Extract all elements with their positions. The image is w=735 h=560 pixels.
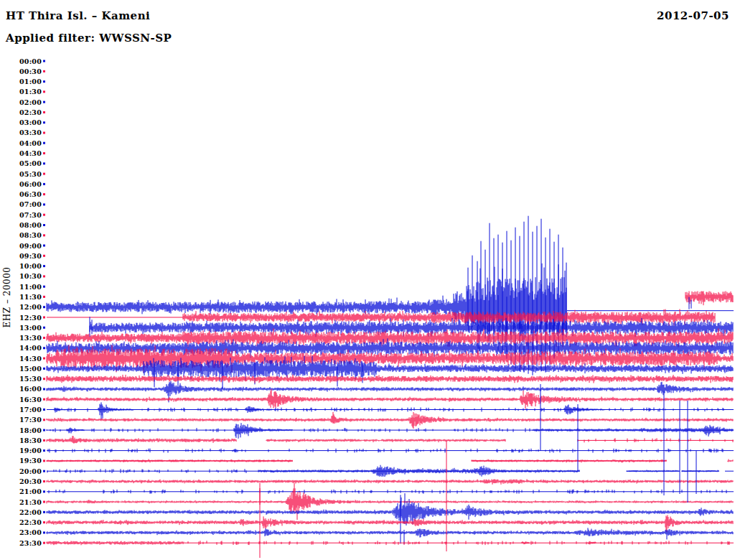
trace-start-tick — [43, 521, 45, 523]
time-label: 09:00 — [0, 242, 42, 250]
time-label: 06:00 — [0, 180, 42, 188]
time-label: 01:00 — [0, 78, 42, 85]
helicorder-screen: HT Thira Isl. – Kameni Applied filter: W… — [0, 0, 735, 560]
trace-start-tick — [43, 255, 45, 257]
time-label: 05:30 — [0, 170, 42, 178]
trace-start-tick — [43, 398, 45, 401]
trace-row-15:30 — [47, 375, 733, 383]
time-label: 15:00 — [0, 365, 42, 373]
trace-start-tick — [43, 60, 45, 62]
time-label: 03:30 — [0, 129, 42, 136]
time-label: 10:00 — [0, 262, 42, 270]
trace-start-tick — [43, 224, 45, 226]
trace-start-tick — [43, 80, 45, 83]
trace-start-tick — [43, 111, 45, 113]
trace-start-tick — [43, 234, 45, 236]
time-label: 11:00 — [0, 283, 42, 291]
time-label: 07:30 — [0, 211, 42, 219]
time-label: 11:30 — [0, 293, 42, 301]
trace-start-tick — [43, 409, 45, 411]
seismogram-plot — [0, 0, 735, 560]
trace-start-tick — [43, 358, 45, 360]
trace-start-tick — [43, 286, 45, 288]
trace-start-tick — [43, 480, 45, 482]
time-label: 15:30 — [0, 375, 42, 383]
trace-start-tick — [43, 419, 45, 421]
trace-start-tick — [43, 542, 45, 544]
trace-row-19:00 — [47, 449, 734, 453]
time-label: 20:00 — [0, 467, 42, 475]
trace-row-23:00 — [47, 528, 733, 544]
time-label: 03:00 — [0, 118, 42, 126]
time-label: 21:30 — [0, 498, 42, 506]
time-label: 19:30 — [0, 457, 42, 465]
trace-start-tick — [43, 327, 45, 329]
trace-start-tick — [43, 531, 45, 533]
trace-start-tick — [43, 296, 45, 298]
trace-start-tick — [43, 90, 45, 93]
trace-start-tick — [43, 183, 45, 185]
trace-start-tick — [43, 245, 45, 247]
trace-start-tick — [43, 490, 45, 493]
time-label: 18:00 — [0, 426, 42, 434]
time-label: 07:00 — [0, 200, 42, 208]
trace-row-11:30 — [685, 291, 733, 306]
trace-start-tick — [43, 152, 45, 154]
time-label: 21:00 — [0, 487, 42, 495]
trace-row-21:30 — [47, 483, 733, 520]
trace-row-21:00 — [47, 490, 734, 494]
time-label: 12:30 — [0, 314, 42, 322]
trace-start-tick — [43, 121, 45, 123]
trace-row-20:30 — [47, 480, 733, 485]
trace-row-23:30 — [47, 541, 734, 545]
trace-start-tick — [43, 142, 45, 144]
trace-start-tick — [43, 265, 45, 267]
trace-start-tick — [43, 132, 45, 134]
trace-start-tick — [43, 275, 45, 277]
trace-start-tick — [43, 368, 45, 370]
time-label: 20:30 — [0, 477, 42, 485]
time-label: 02:00 — [0, 98, 42, 106]
time-label: 18:30 — [0, 437, 42, 444]
trace-start-tick — [43, 306, 45, 308]
trace-start-tick — [43, 70, 45, 73]
time-label: 08:30 — [0, 231, 42, 239]
time-label: 12:00 — [0, 303, 42, 311]
trace-row-18:30 — [47, 436, 734, 444]
trace-start-tick — [43, 162, 45, 164]
trace-start-tick — [43, 388, 45, 391]
trace-start-tick — [43, 317, 45, 319]
trace-row-18:00 — [47, 423, 734, 439]
trace-row-19:30 — [47, 459, 733, 463]
trace-start-tick — [43, 501, 45, 503]
trace-start-tick — [43, 203, 45, 205]
time-label: 19:00 — [0, 447, 42, 454]
time-label: 04:00 — [0, 139, 42, 147]
trace-start-tick — [43, 439, 45, 442]
trace-row-22:30 — [47, 515, 733, 532]
time-label: 16:00 — [0, 385, 42, 393]
time-label: 23:30 — [0, 539, 42, 547]
time-label: 08:00 — [0, 221, 42, 229]
time-label: 05:00 — [0, 159, 42, 167]
time-label: 13:30 — [0, 334, 42, 342]
time-label: 10:30 — [0, 272, 42, 280]
time-label: 17:00 — [0, 406, 42, 414]
trace-start-tick — [43, 101, 45, 103]
time-label: 04:30 — [0, 149, 42, 157]
trace-start-tick — [43, 459, 45, 462]
trace-start-tick — [43, 429, 45, 431]
time-label: 23:00 — [0, 528, 42, 536]
time-label: 16:30 — [0, 396, 42, 403]
time-label: 17:30 — [0, 416, 42, 424]
time-label: 01:30 — [0, 88, 42, 95]
time-label: 14:00 — [0, 344, 42, 352]
time-label: 00:00 — [0, 57, 42, 65]
time-label: 02:30 — [0, 108, 42, 116]
time-label: 22:30 — [0, 518, 42, 526]
time-label: 00:30 — [0, 67, 42, 75]
trace-start-tick — [43, 214, 45, 216]
trace-row-17:00 — [47, 402, 734, 419]
trace-start-tick — [43, 337, 45, 339]
trace-row-17:30 — [47, 412, 733, 429]
